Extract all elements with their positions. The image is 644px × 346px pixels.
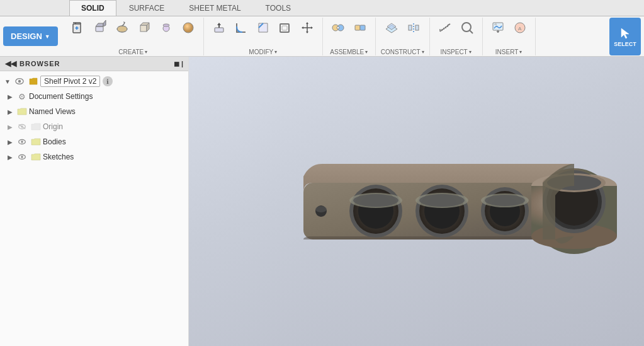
sketches-toggle[interactable]: ▶ [5,152,15,162]
tree-item-named-views[interactable]: ▶ Named Views [0,104,188,119]
svg-rect-23 [282,26,287,30]
insert-group: A INSERT ▾ [483,18,536,55]
viewport[interactable] [189,57,644,346]
svg-rect-35 [409,25,412,30]
tab-sheet-metal[interactable]: SHEET METAL [177,0,252,16]
svg-point-30 [337,26,339,29]
root-toggle[interactable]: ▼ [3,76,13,86]
main-area: ◀◀ BROWSER ◼ | ▼ Shelf Pivot 2 v2 [0,57,644,346]
root-visibility-icon[interactable] [14,76,25,87]
origin-label: Origin [43,122,63,131]
svg-rect-22 [280,24,289,32]
press-pull-button[interactable] [209,18,229,38]
svg-rect-6 [96,26,103,32]
tab-solid[interactable]: SOLID [69,0,116,16]
named-views-folder-icon [16,106,28,117]
as-built-joint-button[interactable] [350,18,370,38]
decal-button[interactable]: A [510,18,530,38]
svg-marker-20 [259,23,268,32]
measure-button[interactable] [435,18,455,38]
bodies-label: Bodies [43,137,66,146]
modify-group-label[interactable]: MODIFY ▾ [249,49,277,55]
browser-collapse-icon[interactable]: ◀◀ [5,59,16,68]
svg-marker-26 [302,26,303,29]
bodies-toggle[interactable]: ▶ [5,137,15,147]
joint-button[interactable] [328,18,348,38]
modify-group: MODIFY ▾ [204,18,323,55]
extrude-button[interactable] [90,18,110,38]
browser-expand-icon[interactable]: ◼ | [174,60,183,67]
3d-part-view [266,113,643,290]
svg-rect-31 [355,25,360,30]
box-button[interactable] [134,18,154,38]
assemble-group-label[interactable]: ASSEMBLE ▾ [330,49,368,55]
design-dropdown-arrow: ▼ [45,33,50,40]
svg-marker-27 [311,26,313,29]
offset-plane-button[interactable] [381,18,402,38]
tree-item-sketches[interactable]: ▶ Sketches [0,149,188,164]
design-button[interactable]: DESIGN ▼ [3,26,58,46]
cursor-icon [618,26,633,41]
chamfer-button[interactable] [253,18,273,38]
inspect-group: INSPECT ▾ [430,18,483,55]
root-name-box: Shelf Pivot 2 v2 [40,76,100,87]
toolbar: SOLID SURFACE SHEET METAL TOOLS DESIGN ▼ [0,0,644,57]
insert-group-label[interactable]: INSERT ▾ [495,49,523,55]
create-group-label[interactable]: CREATE ▾ [118,49,147,55]
root-name-label: Shelf Pivot 2 v2 [44,77,96,86]
root-folder-icon [28,76,39,87]
tab-tools[interactable]: TOOLS [254,0,303,16]
svg-text:A: A [518,26,522,32]
svg-point-88 [315,206,327,212]
svg-rect-12 [140,25,147,32]
tree-item-origin[interactable]: ▶ Origin [0,119,188,134]
tree-item-doc-settings[interactable]: ▶ ⚙ Document Settings [0,89,188,104]
browser-panel: ◀◀ BROWSER ◼ | ▼ Shelf Pivot 2 v2 [0,57,189,346]
fillet-button[interactable] [231,18,251,38]
origin-toggle[interactable]: ▶ [5,122,15,132]
create-group: CREATE ▾ [63,18,204,55]
tree-root-item[interactable]: ▼ Shelf Pivot 2 v2 ℹ [0,74,188,89]
tab-surface[interactable]: SURFACE [117,0,177,16]
move-button[interactable] [297,18,317,38]
inspect-group-label[interactable]: INSPECT ▾ [440,49,471,55]
inspect-button[interactable] [457,18,477,38]
insert-canvas-button[interactable] [488,18,508,38]
named-views-label: Named Views [29,107,76,116]
svg-line-44 [448,24,450,25]
sphere-button[interactable] [178,18,198,38]
svg-marker-7 [96,23,103,26]
svg-point-61 [21,156,23,158]
origin-eye-icon[interactable] [16,121,28,132]
construct-group-label[interactable]: CONSTRUCT ▾ [381,49,424,55]
doc-settings-toggle[interactable]: ▶ [5,91,15,101]
svg-point-59 [21,141,23,143]
svg-marker-8 [103,20,106,26]
svg-marker-19 [217,23,221,25]
sketches-eye-icon[interactable] [16,151,28,163]
revolve-button[interactable] [112,18,132,38]
svg-point-16 [163,24,169,26]
svg-point-45 [462,23,471,32]
select-button[interactable]: SELECT [609,18,641,55]
svg-point-81 [419,194,465,207]
svg-rect-18 [215,28,223,32]
browser-content: ▼ Shelf Pivot 2 v2 ℹ ▶ ⚙ Document Settin… [0,71,188,167]
cylinder-button[interactable] [156,18,176,38]
sketches-label: Sketches [43,153,74,161]
named-views-toggle[interactable]: ▶ [5,107,15,117]
svg-line-46 [470,30,473,33]
svg-point-86 [485,195,525,206]
sketches-folder-icon [30,151,42,163]
shell-button[interactable] [275,18,295,38]
new-component-button[interactable] [68,18,88,38]
svg-rect-32 [360,25,365,30]
root-info-icon[interactable]: ℹ [103,76,113,86]
bodies-folder-icon [30,136,42,147]
midplane-button[interactable] [404,18,424,38]
tree-item-bodies[interactable]: ▶ Bodies [0,134,188,149]
browser-title: BROWSER [20,60,60,67]
svg-marker-25 [306,32,308,33]
bodies-eye-icon[interactable] [16,136,28,147]
assemble-group: ASSEMBLE ▾ [323,18,376,55]
